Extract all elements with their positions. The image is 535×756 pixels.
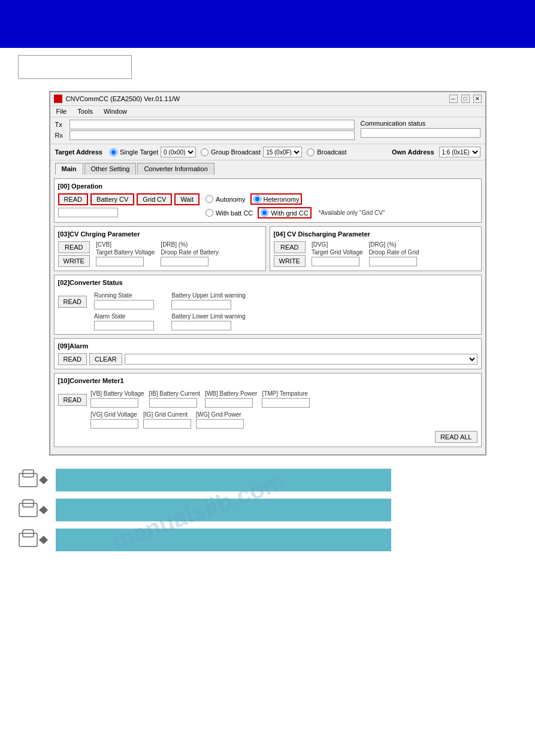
rx-input[interactable] [69, 130, 355, 140]
broadcast-radio[interactable] [307, 148, 315, 156]
cvb-label: [CVB] [96, 241, 155, 248]
dvg-field-group: [DVG] Target Grid Voltage [312, 241, 363, 266]
comm-status-input[interactable] [361, 128, 480, 138]
vg-input[interactable] [90, 419, 138, 429]
running-state-label: Running State [94, 292, 168, 299]
vb-field: [VB] Battery Voltage [90, 390, 144, 408]
close-button[interactable]: ✕ [473, 95, 482, 103]
group-broadcast-label: Group Broadcast [211, 148, 261, 156]
restore-button[interactable]: □ [461, 95, 470, 103]
wait-button[interactable]: Wait [174, 193, 200, 205]
hand-icon-2 [18, 497, 51, 523]
tmp-label: [TMP] Tempature [262, 390, 310, 397]
heteronomy-radio[interactable] [253, 195, 261, 203]
cv-discharging-panel: [04] CV Discharging Parameter READ WRITE… [270, 226, 482, 271]
svg-rect-4 [19, 503, 37, 517]
alarm-dropdown[interactable] [125, 354, 477, 365]
cv-charging-read-button[interactable]: READ [58, 241, 90, 253]
broadcast-label: Broadcast [317, 148, 347, 156]
read-all-button[interactable]: READ ALL [435, 431, 477, 443]
battery-lower-label: Battery Lower Limit warning [171, 313, 245, 320]
app-window: CNVCommCC (EZA2500) Ver.01.11/W ─ □ ✕ Fi… [49, 91, 486, 456]
battery-lower-item: Battery Lower Limit warning [171, 313, 245, 330]
vb-input[interactable] [90, 398, 138, 408]
ig-input[interactable] [143, 419, 191, 429]
minimize-button[interactable]: ─ [449, 95, 458, 103]
cv-discharging-read-button[interactable]: READ [274, 241, 306, 253]
with-grid-cc-radio-group: With grid CC [258, 207, 311, 218]
with-batt-cc-radio[interactable] [205, 209, 213, 217]
menu-file[interactable]: File [54, 107, 69, 116]
meter-panel: [10]Converter Meter1 READ [VB] Battery V… [54, 373, 482, 447]
menubar: File Tools Window [50, 106, 485, 117]
drb-input[interactable] [161, 257, 208, 266]
vg-field: [VG] Grid Voltage [90, 411, 138, 429]
battery-upper-input[interactable] [171, 300, 231, 309]
tx-input[interactable] [69, 120, 355, 129]
with-batt-cc-label: With batt CC [216, 210, 253, 217]
with-grid-cc-radio[interactable] [261, 209, 268, 217]
group-broadcast-radio[interactable] [201, 148, 208, 156]
own-address-select[interactable]: 1:6 (0x1E) [439, 147, 480, 157]
note-item-1 [18, 467, 517, 493]
battery-lower-input[interactable] [171, 321, 231, 330]
hand-icon-1 [18, 467, 51, 493]
running-state-input[interactable] [94, 300, 154, 309]
dvg-input[interactable] [312, 257, 359, 266]
grid-cv-button[interactable]: Grid CV [137, 193, 172, 205]
cv-charging-buttons: READ WRITE [58, 241, 90, 267]
autonomy-radio[interactable] [205, 195, 213, 203]
note-bar-3 [56, 529, 391, 551]
with-grid-cc-label: With grid CC [271, 210, 308, 217]
meter-row-2: [VG] Grid Voltage [IG] Grid Current [WG]… [90, 411, 477, 429]
svg-marker-10 [39, 536, 48, 540]
drb-label: [DRB] (%) [161, 241, 219, 248]
rx-label: Rx [55, 132, 67, 139]
converter-status-read-button[interactable]: READ [58, 296, 87, 308]
ib-label: [IB] Battery Current [149, 390, 201, 397]
single-target-select[interactable]: 0 (0x00) [161, 147, 196, 157]
menu-window[interactable]: Window [101, 107, 129, 116]
tabs-row: Main Other Setting Converter Information [50, 160, 485, 175]
alarm-clear-button[interactable]: CLEAR [89, 353, 122, 365]
tx-rx-area: Tx Rx Communication status [50, 117, 485, 144]
cv-discharging-write-button[interactable]: WRITE [274, 255, 306, 267]
wg-label: [WG] Grid Power [196, 411, 244, 418]
operation-panel: [00] Operation READ Battery CV Grid CV W… [54, 178, 482, 223]
tmp-field: [TMP] Tempature [262, 390, 310, 408]
converter-status-title: [02]Converter Status [58, 279, 477, 286]
operation-text-input[interactable] [58, 208, 118, 217]
cv-charging-panel: [03]CV Chrging Parameter READ WRITE [CVB… [54, 226, 266, 271]
operation-read-button[interactable]: READ [58, 193, 89, 205]
tmp-input[interactable] [262, 398, 310, 408]
wg-input[interactable] [196, 419, 244, 429]
meter-read-button[interactable]: READ [58, 394, 87, 406]
cv-discharging-title: [04] CV Discharging Parameter [274, 230, 477, 238]
cvb-desc: Target Battery Voltage [96, 249, 155, 256]
tab-converter-info[interactable]: Converter Information [137, 163, 214, 175]
alarm-panel: [09]Alarm READ CLEAR [54, 338, 482, 369]
tab-other-setting[interactable]: Other Setting [84, 163, 137, 175]
cvb-field-group: [CVB] Target Battery Voltage [96, 241, 155, 266]
read-all-row: READ ALL [58, 431, 477, 443]
meter-row-1: [VB] Battery Voltage [IB] Battery Curren… [90, 390, 477, 408]
drg-field-group: [DRG] (%) Droop Rate of Grid [369, 241, 419, 266]
ib-input[interactable] [149, 398, 197, 408]
alarm-read-button[interactable]: READ [58, 353, 87, 365]
battery-cv-button[interactable]: Battery CV [90, 193, 134, 205]
group-broadcast-select[interactable]: 15 (0x0F) [263, 147, 302, 157]
cv-discharging-row: READ WRITE [DVG] Target Grid Voltage [DR… [274, 241, 477, 267]
app-title-text: CNVCommCC (EZA2500) Ver.01.11/W [66, 95, 180, 102]
menu-tools[interactable]: Tools [75, 107, 95, 116]
drg-input[interactable] [369, 257, 417, 266]
tab-main[interactable]: Main [55, 163, 83, 175]
cvb-input[interactable] [96, 257, 144, 266]
cv-charging-write-button[interactable]: WRITE [58, 255, 90, 267]
autonomy-label: Autonomy [216, 196, 246, 203]
alarm-state-input[interactable] [94, 321, 154, 330]
single-target-radio[interactable] [110, 148, 117, 156]
wb-input[interactable] [205, 398, 253, 408]
note-items [18, 467, 517, 552]
wg-field: [WG] Grid Power [196, 411, 244, 429]
comm-status-label: Communication status [361, 120, 480, 127]
